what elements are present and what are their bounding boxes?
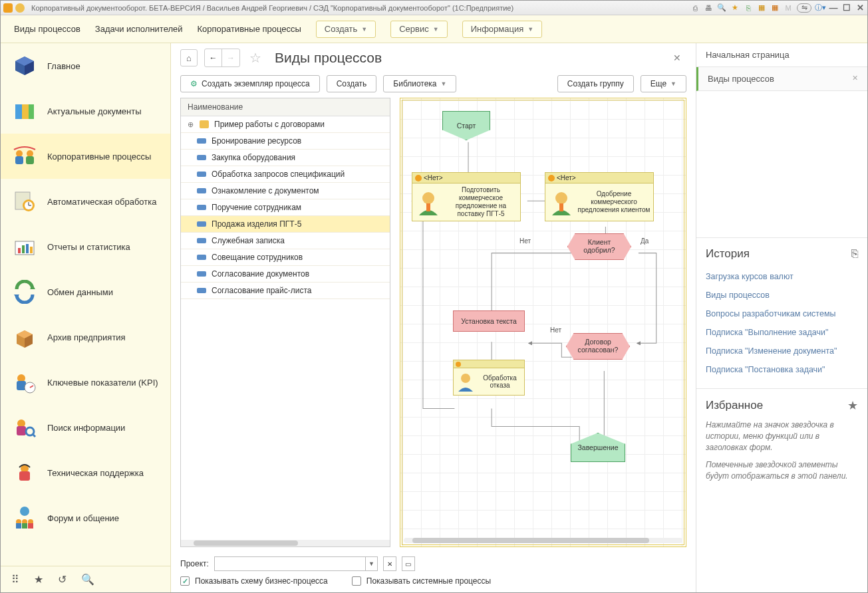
- tree-item[interactable]: Бронирование ресурсов: [181, 133, 390, 150]
- titlebar-dropdown-icon[interactable]: [15, 3, 25, 13]
- link-icon[interactable]: ⎘: [744, 3, 753, 13]
- sidebar-item-auto[interactable]: Автоматическая обработка: [1, 179, 170, 224]
- node-task-approve[interactable]: <Нет> Одобрение коммерческого предложени…: [545, 172, 654, 221]
- project-open-button[interactable]: ▭: [402, 556, 415, 571]
- menu-corp-processes[interactable]: Корпоративные процессы: [198, 24, 301, 34]
- expand-icon[interactable]: ⊕: [188, 120, 194, 129]
- people-flow-icon: [11, 143, 38, 170]
- tree-item[interactable]: Поручение сотрудникам: [181, 199, 390, 216]
- item-icon: [197, 172, 206, 177]
- star-icon[interactable]: ★: [730, 3, 740, 13]
- node-start[interactable]: Старт: [442, 111, 490, 140]
- history-link[interactable]: Загрузка курсов валют: [706, 267, 858, 286]
- favorites-section: Избранное★ Нажимайте на значок звездочка…: [696, 388, 867, 491]
- history-open-icon[interactable]: ⎘: [851, 247, 858, 261]
- print-icon[interactable]: ⎙: [690, 3, 700, 13]
- tree-item[interactable]: Ознакомление с документом: [181, 183, 390, 199]
- svg-rect-18: [26, 244, 29, 253]
- printer-icon[interactable]: 🖶: [704, 3, 713, 13]
- project-clear-button[interactable]: ✕: [383, 556, 396, 571]
- sidebar-item-support[interactable]: Техническая поддержка: [1, 450, 170, 495]
- favorite-star-icon[interactable]: ☆: [247, 49, 264, 66]
- footer: Проект: ▼ ✕ ▭ ✓ Показывать схему бизнес-…: [171, 552, 696, 592]
- sidebar-item-docs[interactable]: Актуальные документы: [1, 88, 170, 134]
- star-icon[interactable]: ★: [847, 398, 858, 413]
- tree-item[interactable]: Продажа изделия ПГТ-5: [181, 216, 390, 233]
- show-system-checkbox[interactable]: [352, 576, 361, 586]
- svg-rect-16: [18, 248, 21, 253]
- node-gate-client[interactable]: Клиент одобрил?: [567, 233, 631, 260]
- favorites-title: Избранное: [706, 399, 763, 412]
- avatar-icon: [456, 372, 476, 392]
- create-button[interactable]: Создать: [327, 75, 377, 92]
- node-task-reject[interactable]: Обработка отказа: [453, 360, 525, 396]
- calc-icon[interactable]: ▦: [757, 3, 766, 13]
- more-dropdown[interactable]: Еще▼: [641, 75, 686, 92]
- tree-item[interactable]: Согласование прайс-листа: [181, 283, 390, 299]
- maximize-button[interactable]: ☐: [842, 3, 851, 13]
- history-link[interactable]: Виды процессов: [706, 286, 858, 304]
- process-diagram[interactable]: Старт <Нет> Подготовить коммерческое пре…: [400, 98, 686, 547]
- svg-rect-39: [16, 523, 21, 529]
- project-field[interactable]: ▼: [214, 556, 378, 571]
- tree-item[interactable]: Обработка запросов спецификаций: [181, 166, 390, 183]
- tree-item[interactable]: Согласование документов: [181, 266, 390, 283]
- history-link[interactable]: Подписка "Постановка задачи": [706, 360, 858, 379]
- tree-item[interactable]: Служебная записка: [181, 233, 390, 249]
- close-tab-icon[interactable]: ✕: [852, 74, 858, 84]
- app-window: Корпоративный документооборот. БЕТА-ВЕРС…: [0, 0, 868, 593]
- sidebar-item-kpi[interactable]: Ключевые показатели (KPI): [1, 360, 170, 405]
- diagram-hscroll[interactable]: [404, 538, 682, 543]
- sidebar-item-exchange[interactable]: Обмен данными: [1, 269, 170, 314]
- tree-item-label: Поручение сотрудникам: [212, 203, 301, 212]
- node-gate-contract[interactable]: Договор согласован?: [566, 333, 630, 360]
- close-button[interactable]: ✕: [855, 3, 865, 13]
- back-button[interactable]: ←: [205, 49, 222, 66]
- show-schema-checkbox[interactable]: ✓: [180, 576, 190, 586]
- apps-icon[interactable]: ⠿: [11, 573, 19, 586]
- m-icon[interactable]: M: [784, 3, 793, 13]
- menu-process-types[interactable]: Виды процессов: [14, 24, 80, 34]
- node-task-prepare[interactable]: <Нет> Подготовить коммерческое предложен…: [412, 172, 521, 221]
- service-dropdown[interactable]: Сервис▼: [390, 21, 447, 38]
- history-link[interactable]: Вопросы разработчикам системы: [706, 304, 858, 323]
- tab-home[interactable]: Начальная страница: [696, 43, 867, 67]
- node-set-text[interactable]: Установка текста: [453, 310, 525, 332]
- calendar-icon[interactable]: ▦: [770, 3, 780, 13]
- home-button[interactable]: ⌂: [180, 49, 198, 66]
- sidebar-item-forum[interactable]: Форум и общение: [1, 495, 170, 540]
- info-dropdown[interactable]: Информация▼: [462, 21, 543, 38]
- forward-button[interactable]: →: [222, 49, 239, 66]
- close-page-button[interactable]: ✕: [668, 53, 686, 63]
- sidebar-item-processes[interactable]: Корпоративные процессы: [1, 134, 170, 179]
- favorites-hint2: Помеченные звездочкой элементы будут ото…: [706, 459, 858, 482]
- library-dropdown[interactable]: Библиотека▼: [383, 75, 456, 92]
- sidebar-label: Актуальные документы: [47, 106, 142, 116]
- project-dropdown-icon[interactable]: ▼: [365, 557, 377, 570]
- menu-tasks[interactable]: Задачи исполнителей: [95, 24, 183, 34]
- svg-point-48: [461, 374, 470, 383]
- star-icon[interactable]: ★: [34, 573, 43, 586]
- tab-process-types[interactable]: Виды процессов✕: [696, 67, 867, 91]
- info-icon[interactable]: ⓘ▾: [815, 3, 825, 13]
- toggle-icon[interactable]: ⇋: [797, 3, 811, 13]
- history-link[interactable]: Подписка "Изменение документа": [706, 342, 858, 360]
- tree-item[interactable]: Закупка оборудования: [181, 150, 390, 166]
- create-group-button[interactable]: Создать группу: [557, 75, 634, 92]
- sidebar-item-archive[interactable]: Архив предприятия: [1, 314, 170, 360]
- sidebar-item-search[interactable]: Поиск информации: [1, 405, 170, 450]
- tree-hscroll[interactable]: [181, 540, 390, 546]
- search-icon[interactable]: 🔍: [81, 573, 94, 586]
- tree-folder[interactable]: ⊕ Пример работы с договорами: [181, 116, 390, 133]
- node-end[interactable]: Завершение: [571, 433, 625, 462]
- preview-icon[interactable]: 🔍: [717, 3, 726, 13]
- sidebar-item-main[interactable]: Главное: [1, 43, 170, 88]
- tree-item[interactable]: Совещание сотрудников: [181, 249, 390, 266]
- history-icon[interactable]: ↺: [58, 573, 67, 586]
- minimize-button[interactable]: —: [829, 3, 838, 13]
- create-dropdown[interactable]: Создать▼: [316, 21, 376, 38]
- project-input[interactable]: [215, 557, 365, 570]
- create-instance-button[interactable]: ⚙Создать экземпляр процесса: [180, 75, 320, 92]
- history-link[interactable]: Подписка "Выполнение задачи": [706, 323, 858, 342]
- sidebar-item-reports[interactable]: Отчеты и статистика: [1, 224, 170, 269]
